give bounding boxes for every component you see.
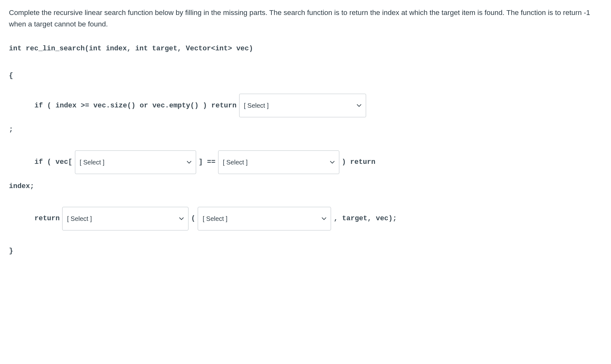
select-label: [ Select ]	[202, 210, 227, 227]
code-signature-line: int rec_lin_search(int index, int target…	[9, 40, 602, 58]
line2-text-c: ) return	[342, 153, 376, 171]
select-label: [ Select ]	[80, 154, 105, 171]
question-text: Complete the recursive linear search fun…	[9, 7, 602, 30]
chevron-down-icon	[187, 160, 191, 164]
select-blank-1[interactable]: [ Select ]	[239, 94, 366, 117]
line3-text-a: return	[34, 209, 60, 228]
line3-text-b: (	[191, 209, 195, 228]
code-brace-open-line: {	[9, 67, 602, 85]
select-blank-4[interactable]: [ Select ]	[62, 207, 188, 230]
code-line-2: if ( vec[ [ Select ] ] == [ Select ] ) r…	[9, 150, 602, 174]
brace-close: }	[9, 242, 13, 260]
code-brace-close-line: }	[9, 242, 602, 260]
select-label: [ Select ]	[223, 154, 248, 171]
select-label: [ Select ]	[67, 210, 92, 227]
code-semicolon-line: ;	[9, 120, 602, 139]
code-line-2-cont: index;	[9, 177, 602, 195]
line2-text-a: if ( vec[	[34, 153, 72, 171]
brace-open: {	[9, 67, 13, 85]
line2-cont: index;	[9, 177, 34, 195]
semicolon: ;	[9, 120, 13, 139]
line3-text-c: , target, vec);	[334, 209, 397, 228]
code-signature: int rec_lin_search(int index, int target…	[9, 40, 253, 58]
chevron-down-icon	[179, 216, 184, 221]
code-block: int rec_lin_search(int index, int target…	[9, 40, 602, 260]
chevron-down-icon	[330, 160, 335, 164]
select-blank-5[interactable]: [ Select ]	[198, 207, 331, 230]
select-blank-3[interactable]: [ Select ]	[218, 150, 339, 174]
select-blank-2[interactable]: [ Select ]	[75, 150, 196, 174]
code-line-1: if ( index >= vec.size() or vec.empty() …	[9, 94, 602, 117]
select-label: [ Select ]	[244, 97, 269, 114]
chevron-down-icon	[322, 216, 326, 221]
chevron-down-icon	[357, 103, 361, 108]
line1-text: if ( index >= vec.size() or vec.empty() …	[34, 97, 237, 115]
line2-text-b: ] ==	[199, 153, 216, 171]
code-line-3: return [ Select ] ( [ Select ] , target,…	[9, 207, 602, 230]
